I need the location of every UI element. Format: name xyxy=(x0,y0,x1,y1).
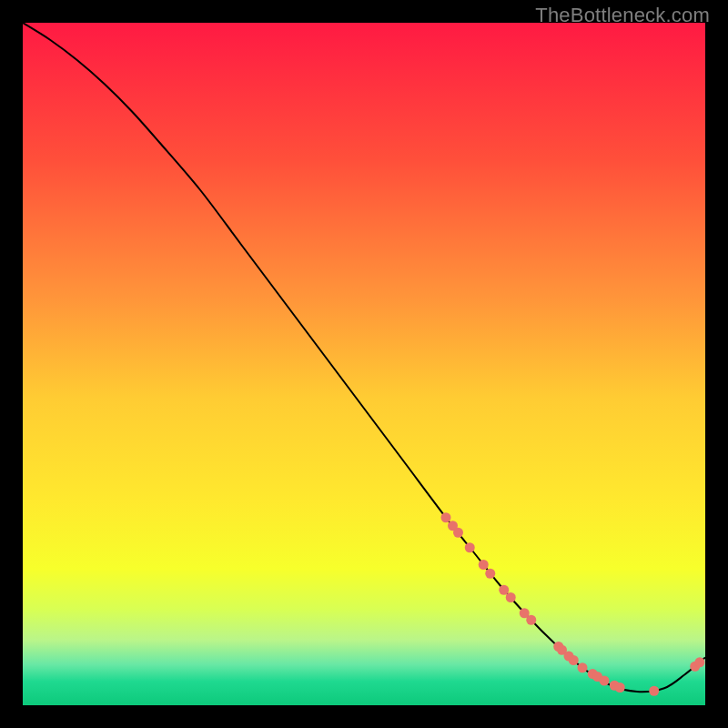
attribution-label: TheBottleneck.com xyxy=(535,4,710,27)
gradient-rect xyxy=(23,23,705,705)
highlight-point xyxy=(465,542,475,552)
highlight-point xyxy=(453,528,463,538)
chart-stage: TheBottleneck.com xyxy=(0,0,728,728)
highlight-point xyxy=(441,512,451,522)
highlight-point xyxy=(506,592,516,602)
chart-svg xyxy=(23,23,705,705)
highlight-point xyxy=(526,615,536,625)
highlight-point xyxy=(615,682,625,693)
highlight-point xyxy=(499,585,509,595)
highlight-point xyxy=(569,655,579,665)
highlight-point xyxy=(695,657,705,667)
highlight-point xyxy=(649,686,659,696)
plot-frame xyxy=(23,23,705,705)
highlight-point xyxy=(578,662,588,672)
highlight-point xyxy=(600,676,610,686)
highlight-point xyxy=(479,560,489,570)
highlight-point xyxy=(485,569,495,579)
